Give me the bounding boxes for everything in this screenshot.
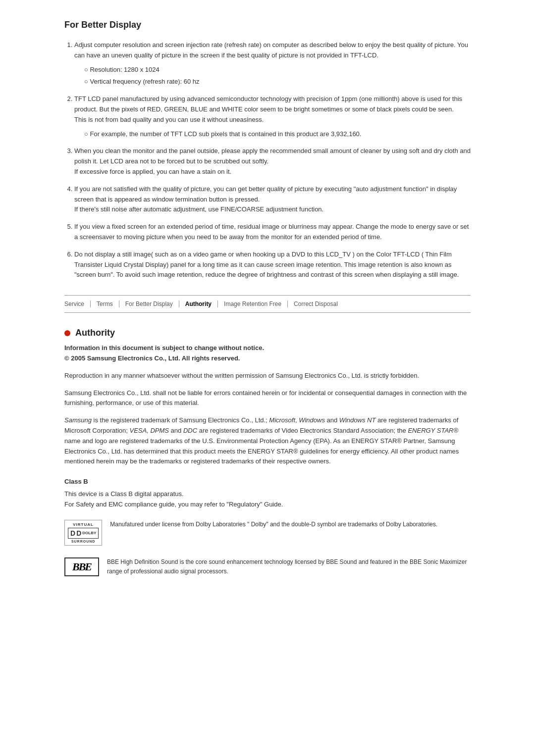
class-b-line1: This device is a Class B digital apparat… <box>64 489 471 500</box>
class-b-section: Class B This device is a Class B digital… <box>64 477 471 509</box>
list-item-text: Adjust computer resolution and screen in… <box>74 41 468 59</box>
bbe-logo-section: BBE BBE High Definition Sound is the cor… <box>64 557 471 576</box>
list-item-text: If you view a fixed screen for an extend… <box>74 223 469 241</box>
nav-item-for-better-display[interactable]: For Better Display <box>119 301 179 307</box>
better-display-section: For Better Display Adjust computer resol… <box>64 20 471 280</box>
authority-dot-icon <box>64 330 70 336</box>
nav-item-image-retention[interactable]: Image Retention Free <box>218 301 288 307</box>
sub-list-item: For example, the number of TFT LCD sub p… <box>84 129 471 140</box>
authority-body: Information in this document is subject … <box>64 343 471 467</box>
nav-item-authority[interactable]: Authority <box>179 301 218 307</box>
dolby-logo-box: VIRTUAL DD DOLBY SURROUND <box>64 520 102 546</box>
dolby-dd-icon: DD DOLBY <box>68 528 99 539</box>
nav-item-service[interactable]: Service <box>64 301 91 307</box>
authority-para1: Reproduction in any manner whatsoever wi… <box>64 371 471 381</box>
sub-list: For example, the number of TFT LCD sub p… <box>74 129 471 140</box>
better-display-list: Adjust computer resolution and screen in… <box>64 40 471 280</box>
sub-list-item: Resolution: 1280 x 1024 <box>84 65 471 75</box>
sub-list-item: Vertical frequency (refresh rate): 60 hz <box>84 77 471 87</box>
class-b-line2: For Safety and EMC compliance guide, you… <box>64 500 471 510</box>
authority-subtitle: Information in this document is subject … <box>64 343 471 364</box>
list-item-text: Do not display a still image( such as on… <box>74 251 459 279</box>
list-item-text: TFT LCD panel manufactured by using adva… <box>74 95 462 123</box>
list-item: If you view a fixed screen for an extend… <box>74 222 471 243</box>
list-item-text: If you are not satisfied with the qualit… <box>74 185 457 213</box>
bbe-description: BBE High Definition Sound is the core so… <box>107 557 471 576</box>
dolby-surround-text: SURROUND <box>68 540 99 543</box>
list-item-text: When you clean the monitor and the panel… <box>74 147 471 175</box>
authority-header: Authority <box>64 328 471 338</box>
list-item: When you clean the monitor and the panel… <box>74 146 471 177</box>
dolby-description: Manufatured under license from Dolby Lab… <box>110 520 437 529</box>
list-item: Adjust computer resolution and screen in… <box>74 40 471 87</box>
nav-item-correct-disposal[interactable]: Correct Disposal <box>288 301 344 307</box>
bbe-logo-box: BBE <box>64 557 99 576</box>
authority-title: Authority <box>75 328 115 338</box>
dolby-virtual-text: VIRTUAL <box>68 522 99 527</box>
page-title: For Better Display <box>64 20 471 30</box>
dolby-logo-section: VIRTUAL DD DOLBY SURROUND Manufatured un… <box>64 520 471 546</box>
page-container: For Better Display Adjust computer resol… <box>54 0 481 608</box>
list-item: Do not display a still image( such as on… <box>74 250 471 280</box>
authority-section: Authority Information in this document i… <box>64 328 471 576</box>
nav-item-terms[interactable]: Terms <box>91 301 119 307</box>
class-b-title: Class B <box>64 477 471 487</box>
list-item: TFT LCD panel manufactured by using adva… <box>74 94 471 139</box>
authority-para2: Samsung Electronics Co., Ltd. shall not … <box>64 388 471 409</box>
nav-bar: Service Terms For Better Display Authori… <box>64 295 471 313</box>
sub-list: Resolution: 1280 x 1024 Vertical frequen… <box>74 65 471 88</box>
list-item: If you are not satisfied with the qualit… <box>74 184 471 215</box>
authority-para3: Samsung is the registered trademark of S… <box>64 415 471 467</box>
